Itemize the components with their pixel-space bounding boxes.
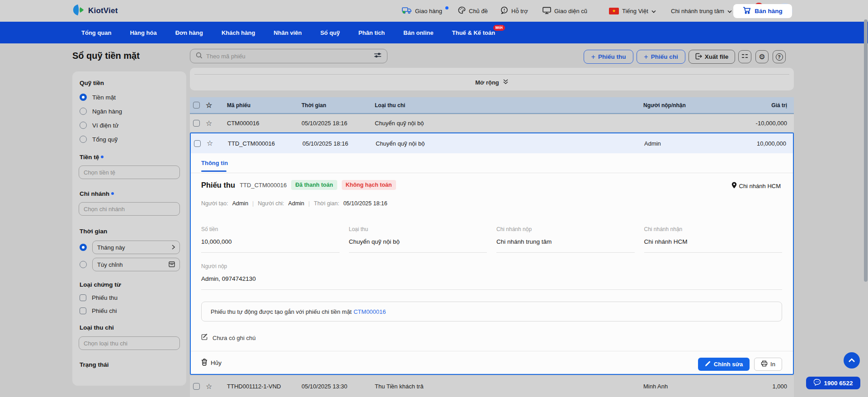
row-checkbox[interactable] xyxy=(194,140,201,147)
field-value[interactable]: 10,000,000 xyxy=(201,238,340,253)
new-payment-button[interactable]: + Phiếu chi xyxy=(637,50,685,64)
category-filter-label: Loại thu chi xyxy=(80,324,180,331)
star-icon[interactable]: ☆ xyxy=(206,383,227,390)
field-label: Chi nhánh nhận xyxy=(644,226,783,232)
export-icon xyxy=(695,53,702,61)
field-value[interactable]: Chuyển quỹ nội bộ xyxy=(349,238,487,253)
field-value[interactable]: Admin, 0974742130 xyxy=(201,275,782,290)
topbar-support-label: Hỗ trợ xyxy=(511,8,528,14)
sell-button[interactable]: Bán hàng xyxy=(733,4,792,18)
radio-selected-icon xyxy=(80,244,87,251)
topbar-theme[interactable]: Chủ đề xyxy=(458,0,488,22)
col-ma-phieu[interactable]: Mã phiếu xyxy=(227,102,302,109)
topbar-delivery-label: Giao hàng xyxy=(415,8,442,14)
cell-value: -10,000,000 xyxy=(732,120,787,127)
detail-panel: ☆ TTD_CTM000016 05/10/2025 18:16 Chuyển … xyxy=(190,132,794,375)
search-icon xyxy=(196,52,203,61)
checkbox-phieu-thu[interactable]: Phiếu thu xyxy=(80,294,180,301)
nav-don-hang[interactable]: Đơn hàng xyxy=(175,29,203,36)
topbar-old-ui[interactable]: Giao diện cũ xyxy=(542,0,587,22)
tab-thong-tin[interactable]: Thông tin xyxy=(201,160,228,166)
time-preset-option[interactable]: Tháng này xyxy=(80,241,180,254)
question-icon: ? xyxy=(776,53,783,61)
field-label: Chi nhánh nộp xyxy=(496,226,635,232)
new-receipt-button[interactable]: + Phiếu thu xyxy=(584,50,633,64)
branch-select[interactable]: Chọn chi nhánh xyxy=(79,202,180,216)
filter-sliders-icon[interactable] xyxy=(374,52,382,60)
col-thoi-gian[interactable]: Thời gian xyxy=(302,102,375,109)
double-chevron-down-icon xyxy=(503,79,509,86)
radio-tong-quy[interactable]: Tổng quỹ xyxy=(80,136,180,143)
branch-filter-label: Chi nhánh xyxy=(80,190,180,197)
table-row-selected[interactable]: ☆ TTD_CTM000016 05/10/2025 18:16 Chuyển … xyxy=(191,133,793,153)
list-columns-icon xyxy=(741,53,748,60)
col-nguoi-nop-nhan[interactable]: Người nộp/nhận xyxy=(643,102,732,109)
search-input[interactable] xyxy=(206,53,370,60)
field-value[interactable]: Chi nhánh HCM xyxy=(644,238,783,253)
nav-nhan-vien[interactable]: Nhân viên xyxy=(274,29,302,36)
currency-placeholder: Chọn tiền tệ xyxy=(84,169,115,176)
note-edit[interactable]: Chưa có ghi chú xyxy=(201,334,255,342)
payer-label: Người chi: xyxy=(258,200,284,207)
star-icon[interactable]: ☆ xyxy=(207,140,228,147)
table-row[interactable]: ☆ CTM000016 05/10/2025 18:16 Chuyển quỹ … xyxy=(190,114,794,132)
nav-khach-hang[interactable]: Khách hàng xyxy=(222,29,255,36)
linked-document-link[interactable]: CTM000016 xyxy=(354,308,386,315)
expand-toggle[interactable]: Mở rộng xyxy=(190,74,794,90)
row-checkbox[interactable] xyxy=(193,120,200,127)
calendar-icon xyxy=(169,261,175,269)
edit-button-label: Chỉnh sửa xyxy=(714,361,743,368)
currency-select[interactable]: Chọn tiền tệ xyxy=(79,165,180,179)
auto-note-text: Phiếu thu tự động được tạo gắn với phiếu… xyxy=(211,308,352,315)
radio-tong-quy-label: Tổng quỹ xyxy=(92,136,118,143)
help-button[interactable]: ? xyxy=(773,50,786,63)
radio-tien-mat[interactable]: Tiền mặt xyxy=(80,94,180,101)
kiotviet-logo[interactable]: KiotViet xyxy=(72,0,118,22)
new-receipt-label: Phiếu thu xyxy=(598,53,626,60)
language-selector[interactable]: ★ Tiếng Việt xyxy=(609,0,656,22)
nav-tong-quan[interactable]: Tổng quan xyxy=(81,29,111,36)
radio-ngan-hang[interactable]: Ngân hàng xyxy=(80,108,180,115)
table-row[interactable]: ☆ TTHD001112-1-VND 05/10/2025 13:30 Thu … xyxy=(190,376,794,397)
export-file-button[interactable]: Xuất file xyxy=(689,50,735,64)
settings-gear-button[interactable]: ⚙ xyxy=(755,50,769,63)
field-chi-nhanh-nhan: Chi nhánh nhận Chi nhánh HCM xyxy=(644,226,783,253)
topbar-delivery[interactable]: Giao hàng xyxy=(402,0,448,22)
branch-selector[interactable]: Chi nhánh trung tâm xyxy=(671,0,732,22)
pencil-square-icon xyxy=(201,334,208,342)
time-value: 05/10/2025 18:16 xyxy=(343,200,387,207)
topbar-support[interactable]: Hỗ trợ xyxy=(500,0,528,22)
time-preset-box[interactable]: Tháng này xyxy=(92,241,180,254)
time-custom-option[interactable]: Tùy chỉnh xyxy=(80,258,180,271)
time-preset-label: Tháng này xyxy=(97,244,125,251)
row-checkbox[interactable] xyxy=(193,383,200,390)
nav-so-quy[interactable]: Sổ quỹ xyxy=(320,29,340,36)
field-label: Số tiền xyxy=(201,226,340,232)
edit-button[interactable]: Chỉnh sửa xyxy=(698,358,750,371)
summary-card: Mở rộng xyxy=(190,68,794,90)
nav-phan-tich[interactable]: Phân tích xyxy=(359,29,385,36)
nav-hang-hoa[interactable]: Hàng hóa xyxy=(130,29,156,36)
cancel-document-button[interactable]: Hủy xyxy=(201,359,222,367)
field-grid: Số tiền 10,000,000 Loại thu Chuyển quỹ n… xyxy=(201,226,782,253)
checkbox-phieu-chi[interactable]: Phiếu chi xyxy=(80,307,180,314)
hotline-button[interactable]: 1900 6522 xyxy=(806,377,860,389)
col-gia-tri[interactable]: Giá trị xyxy=(732,102,787,109)
document-branch-label: Chi nhánh HCM xyxy=(739,183,781,189)
col-loai-thu-chi[interactable]: Loại thu chi xyxy=(375,102,643,109)
scrollbar-thumb[interactable] xyxy=(864,19,868,282)
select-all-checkbox[interactable] xyxy=(193,102,200,109)
field-label: Người nộp xyxy=(201,263,782,269)
nav-ban-online[interactable]: Bán online xyxy=(403,29,433,36)
trash-icon xyxy=(201,359,208,367)
category-select[interactable]: Chọn loại thu chi xyxy=(79,336,180,350)
radio-vi-dien-tu[interactable]: Ví điện tử xyxy=(80,122,180,129)
field-value[interactable]: Chi nhánh trung tâm xyxy=(496,238,635,253)
column-settings-button[interactable] xyxy=(738,50,751,63)
scroll-to-top-button[interactable] xyxy=(844,352,860,369)
star-icon[interactable]: ☆ xyxy=(206,120,227,127)
print-button[interactable]: In xyxy=(754,358,782,371)
time-custom-label: Tùy chỉnh xyxy=(97,261,123,268)
time-custom-box[interactable]: Tùy chỉnh xyxy=(92,258,180,271)
nav-thue-ke-toan[interactable]: Thuế & Kế toán Mới xyxy=(452,29,495,36)
